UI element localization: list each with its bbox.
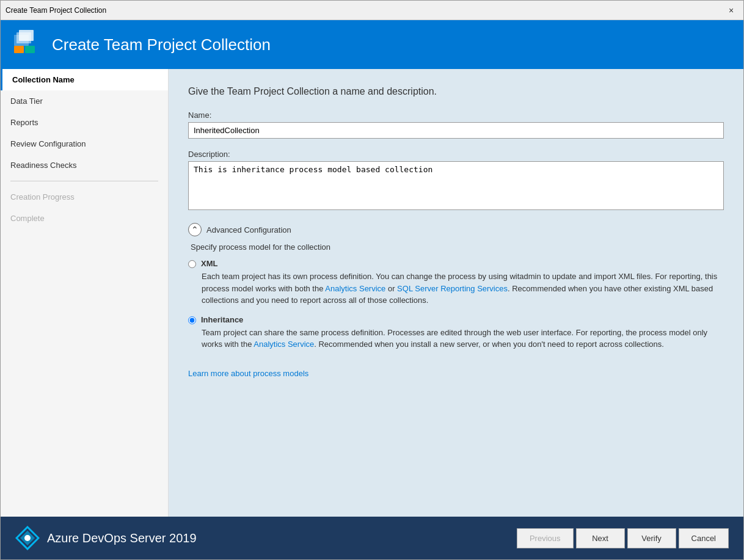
description-label: Description: [188,150,724,159]
sidebar-item-readiness-checks[interactable]: Readiness Checks [1,155,168,176]
footer-logo [15,526,40,550]
inheritance-radio-description: Team project can share the same process … [202,327,724,351]
inheritance-radio[interactable] [188,316,196,324]
learn-more-link[interactable]: Learn more about process models [188,369,308,378]
analytics-service-link-xml[interactable]: Analytics Service [325,284,385,293]
footer-brand: Azure DevOps Server 2019 [15,526,197,550]
previous-button[interactable]: Previous [517,528,574,548]
sidebar-item-complete: Complete [1,208,168,229]
description-field-group: Description: This is inheritance process… [188,150,724,212]
sidebar-item-review-configuration[interactable]: Review Configuration [1,133,168,155]
sql-server-reporting-link[interactable]: SQL Server Reporting Services [397,284,508,293]
xml-radio-label[interactable]: XML [201,259,217,268]
footer-buttons: Previous Next Verify Cancel [517,528,729,548]
sidebar-item-data-tier[interactable]: Data Tier [1,90,168,112]
xml-radio[interactable] [188,260,196,268]
close-button[interactable]: × [724,3,739,18]
content-panel: Give the Team Project Collection a name … [169,69,743,517]
description-input[interactable]: This is inheritance process model based … [188,161,724,210]
name-label: Name: [188,111,724,120]
sidebar: Collection Name Data Tier Reports Review… [1,69,169,517]
svg-rect-3 [14,46,24,53]
next-button[interactable]: Next [576,528,625,548]
verify-button[interactable]: Verify [627,528,676,548]
inheritance-radio-row: Inheritance [188,315,724,324]
advanced-config-toggle[interactable]: ⌃ Advanced Configuration [188,223,724,236]
header: Create Team Project Collection [1,20,743,69]
sidebar-item-collection-name[interactable]: Collection Name [1,69,168,90]
xml-radio-group: XML Each team project has its own proces… [188,259,724,307]
svg-rect-2 [19,30,34,41]
xml-radio-row: XML [188,259,724,268]
sidebar-item-creation-progress: Creation Progress [1,186,168,208]
toggle-icon: ⌃ [188,223,202,236]
name-input[interactable] [188,122,724,139]
footer: Azure DevOps Server 2019 Previous Next V… [1,517,743,559]
process-model-subtitle: Specify process model for the collection [191,242,724,252]
name-field-group: Name: [188,111,724,139]
title-bar: Create Team Project Collection × [1,1,743,20]
sidebar-item-reports[interactable]: Reports [1,112,168,133]
inheritance-radio-group: Inheritance Team project can share the s… [188,315,724,351]
window-title: Create Team Project Collection [5,6,106,15]
advanced-config-label: Advanced Configuration [206,225,291,235]
header-icon [13,30,42,59]
main-area: Collection Name Data Tier Reports Review… [1,69,743,517]
sidebar-divider [10,181,158,181]
main-window: Create Team Project Collection × Create … [0,0,744,560]
svg-rect-4 [25,46,35,53]
header-title: Create Team Project Collection [52,35,271,54]
inheritance-radio-label[interactable]: Inheritance [201,315,243,324]
analytics-service-link-inheritance[interactable]: Analytics Service [253,340,314,349]
xml-radio-description: Each team project has its own process de… [202,271,724,307]
content-subtitle: Give the Team Project Collection a name … [188,86,724,97]
svg-point-7 [24,535,31,541]
footer-brand-text: Azure DevOps Server 2019 [47,531,197,545]
cancel-button[interactable]: Cancel [679,528,729,548]
